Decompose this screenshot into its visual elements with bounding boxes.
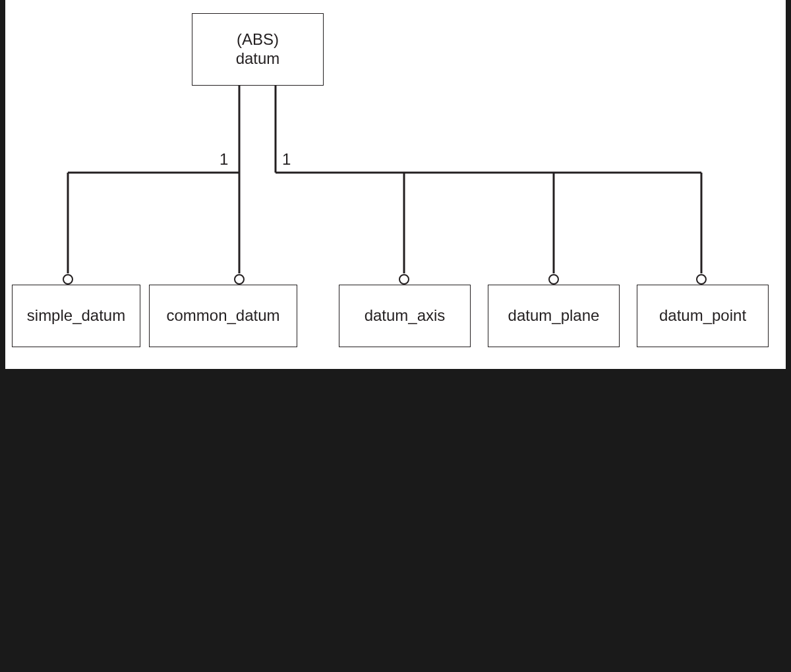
entity-name: datum_plane [508, 306, 600, 325]
constraint-label-left: 1 [220, 150, 228, 169]
entity-datum-axis: datum_axis [339, 285, 471, 347]
entity-name: common_datum [166, 306, 279, 325]
constraint-label-right: 1 [282, 150, 291, 169]
svg-point-5 [63, 275, 73, 284]
svg-point-13 [697, 275, 706, 284]
entity-name: datum_point [659, 306, 746, 325]
diagram-canvas: 1 1 (ABS) datum simple_datum common_datu… [5, 0, 786, 369]
entity-datum-plane: datum_plane [488, 285, 620, 347]
entity-datum-point: datum_point [637, 285, 769, 347]
entity-datum: (ABS) datum [192, 13, 324, 86]
svg-point-7 [235, 275, 244, 284]
entity-name: simple_datum [27, 306, 125, 325]
entity-simple-datum: simple_datum [12, 285, 140, 347]
entity-name: datum_axis [365, 306, 446, 325]
svg-point-9 [399, 275, 409, 284]
entity-name: datum [236, 49, 280, 69]
entity-common-datum: common_datum [149, 285, 297, 347]
svg-point-11 [549, 275, 558, 284]
entity-annotation: (ABS) [237, 30, 279, 49]
